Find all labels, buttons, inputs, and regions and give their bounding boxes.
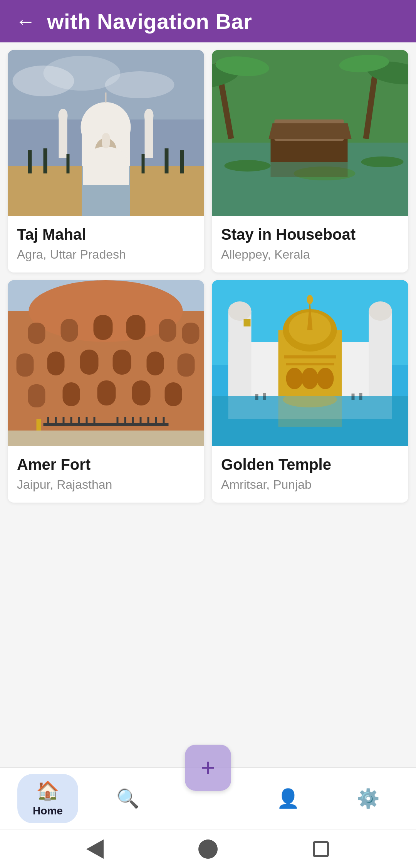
svg-point-90 xyxy=(286,368,303,389)
svg-rect-66 xyxy=(94,417,96,425)
svg-rect-69 xyxy=(132,417,134,425)
system-recents-button[interactable] xyxy=(311,839,330,859)
system-recents-icon xyxy=(313,841,329,857)
app-header: ← with Navigation Bar xyxy=(0,0,416,42)
bottom-nav-wrapper: + 🏠 Home 🔍 👤 ⚙️ xyxy=(0,767,416,829)
card-amer-fort[interactable]: Amer Fort Jaipur, Rajasthan xyxy=(8,280,204,503)
nav-home-label: Home xyxy=(33,805,63,817)
card-body-amer-fort: Amer Fort Jaipur, Rajasthan xyxy=(8,446,204,503)
svg-rect-17 xyxy=(67,154,70,173)
svg-rect-82 xyxy=(244,319,251,326)
search-icon: 🔍 xyxy=(116,788,139,809)
svg-rect-46 xyxy=(182,323,200,344)
svg-rect-57 xyxy=(165,382,182,406)
svg-rect-20 xyxy=(180,150,184,173)
card-title: Golden Temple xyxy=(221,455,399,474)
svg-point-30 xyxy=(225,160,271,172)
svg-rect-99 xyxy=(352,394,355,400)
svg-rect-88 xyxy=(284,355,336,358)
svg-rect-65 xyxy=(86,417,88,425)
card-body-golden-temple: Golden Temple Amritsar, Punjab xyxy=(212,446,408,503)
card-title: Amer Fort xyxy=(17,455,195,474)
svg-point-91 xyxy=(302,368,319,389)
card-title: Taj Mahal xyxy=(17,225,195,244)
card-image-houseboat xyxy=(212,50,408,216)
system-nav-bar xyxy=(0,829,416,868)
svg-rect-49 xyxy=(80,350,99,375)
svg-rect-42 xyxy=(61,319,78,342)
svg-rect-8 xyxy=(82,127,130,166)
card-image-amer-fort xyxy=(8,280,204,446)
svg-point-92 xyxy=(317,368,334,389)
svg-rect-58 xyxy=(8,431,204,446)
svg-point-81 xyxy=(369,301,392,321)
svg-rect-54 xyxy=(63,382,80,406)
fab-button[interactable]: + xyxy=(185,745,231,791)
svg-rect-18 xyxy=(142,154,145,173)
card-image-golden-temple xyxy=(212,280,408,446)
svg-rect-36 xyxy=(271,162,348,177)
card-subtitle: Alleppey, Kerala xyxy=(221,247,399,262)
svg-marker-35 xyxy=(269,123,352,139)
svg-rect-44 xyxy=(126,315,146,340)
svg-rect-100 xyxy=(359,393,362,400)
card-body-taj-mahal: Taj Mahal Agra, Uttar Pradesh xyxy=(8,216,204,273)
svg-rect-15 xyxy=(28,150,32,173)
svg-rect-59 xyxy=(44,423,169,426)
svg-rect-51 xyxy=(147,352,164,375)
main-content: Taj Mahal Agra, Uttar Pradesh xyxy=(0,42,416,767)
card-subtitle: Agra, Uttar Pradesh xyxy=(17,247,195,262)
svg-rect-55 xyxy=(97,380,116,405)
svg-point-4 xyxy=(105,71,174,98)
svg-rect-70 xyxy=(140,417,142,425)
card-houseboat[interactable]: Stay in Houseboat Alleppey, Kerala xyxy=(212,50,408,273)
svg-rect-48 xyxy=(47,352,65,375)
svg-rect-96 xyxy=(278,396,342,427)
page-title: with Navigation Bar xyxy=(47,9,252,34)
back-button[interactable]: ← xyxy=(15,11,35,31)
destination-grid: Taj Mahal Agra, Uttar Pradesh xyxy=(8,50,408,503)
svg-point-10 xyxy=(59,109,68,123)
system-home-button[interactable] xyxy=(198,839,218,859)
svg-rect-56 xyxy=(132,380,151,405)
svg-rect-43 xyxy=(94,315,113,340)
svg-rect-79 xyxy=(369,311,392,396)
card-taj-mahal[interactable]: Taj Mahal Agra, Uttar Pradesh xyxy=(8,50,204,273)
svg-rect-89 xyxy=(286,363,334,365)
svg-rect-33 xyxy=(271,139,348,162)
system-back-button[interactable] xyxy=(86,839,105,859)
svg-rect-16 xyxy=(44,148,47,173)
svg-point-87 xyxy=(307,295,313,304)
svg-rect-45 xyxy=(159,319,176,342)
system-back-icon xyxy=(86,839,104,859)
svg-rect-97 xyxy=(255,394,258,400)
nav-item-home[interactable]: 🏠 Home xyxy=(8,774,88,823)
svg-rect-73 xyxy=(163,417,165,425)
nav-item-settings[interactable]: ⚙️ xyxy=(328,788,408,809)
svg-point-80 xyxy=(228,301,252,321)
card-golden-temple[interactable]: Golden Temple Amritsar, Punjab xyxy=(212,280,408,503)
card-subtitle: Jaipur, Rajasthan xyxy=(17,478,195,492)
svg-rect-71 xyxy=(148,417,149,425)
svg-point-12 xyxy=(144,109,154,123)
svg-rect-50 xyxy=(113,350,131,375)
card-body-houseboat: Stay in Houseboat Alleppey, Kerala xyxy=(212,216,408,273)
svg-rect-6 xyxy=(82,158,130,216)
svg-rect-60 xyxy=(47,417,49,425)
svg-rect-47 xyxy=(17,353,34,377)
svg-rect-41 xyxy=(28,323,45,344)
svg-point-32 xyxy=(361,156,404,167)
profile-icon: 👤 xyxy=(277,788,300,809)
svg-rect-53 xyxy=(28,384,45,407)
nav-item-search[interactable]: 🔍 xyxy=(88,788,168,809)
svg-rect-67 xyxy=(117,417,119,425)
svg-rect-98 xyxy=(263,393,266,400)
nav-home-active-bg: 🏠 Home xyxy=(17,774,78,823)
svg-point-14 xyxy=(95,138,117,163)
system-home-icon xyxy=(198,839,218,859)
nav-item-profile[interactable]: 👤 xyxy=(248,788,328,809)
svg-rect-64 xyxy=(78,417,80,425)
svg-rect-63 xyxy=(70,417,72,425)
svg-rect-62 xyxy=(63,417,65,425)
svg-rect-72 xyxy=(155,417,157,425)
